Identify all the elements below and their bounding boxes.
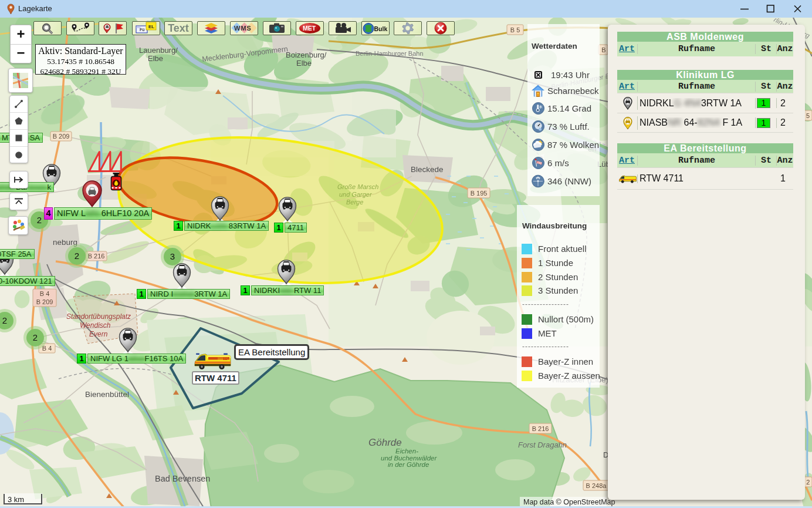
svg-text:B 216: B 216 [532, 425, 549, 432]
svg-text:3: 3 [170, 251, 175, 261]
svg-text:2: 2 [37, 215, 42, 225]
svg-text:2: 2 [33, 332, 38, 342]
svg-text:EL: EL [148, 24, 154, 29]
svg-text:Göhrde: Göhrde [368, 437, 402, 448]
svg-text:Elbe: Elbe [148, 54, 163, 63]
svg-text:Fü: Fü [140, 28, 145, 32]
svg-text:B 5: B 5 [510, 26, 520, 33]
svg-text:3 km: 3 km [8, 495, 24, 504]
svg-text:5: 5 [806, 112, 810, 119]
svg-text:Boizenburg/: Boizenburg/ [286, 51, 327, 59]
svg-text:Bleckede: Bleckede [411, 165, 444, 174]
svg-text:B 4: B 4 [40, 290, 50, 297]
svg-text:Map data © OpenStreetMap: Map data © OpenStreetMap [523, 498, 615, 506]
svg-text:B: B [601, 46, 605, 53]
svg-text:Evern: Evern [89, 330, 108, 338]
svg-text:WMS: WMS [234, 25, 252, 32]
svg-text:Bad Bevensen: Bad Bevensen [155, 474, 210, 483]
svg-text:B 209: B 209 [53, 133, 70, 140]
svg-text:Eichen-: Eichen- [395, 448, 418, 455]
svg-text:B 248a: B 248a [586, 482, 607, 489]
svg-text:Bienenbüttel: Bienenbüttel [85, 390, 129, 399]
svg-text:in der Göhrde: in der Göhrde [388, 461, 429, 468]
svg-text:Lauenburg/: Lauenburg/ [139, 46, 178, 55]
svg-text:Forst Dragahn: Forst Dragahn [518, 440, 567, 449]
svg-text:Berlin-Hamburger Bahn: Berlin-Hamburger Bahn [356, 50, 424, 57]
svg-text:B 216: B 216 [88, 253, 105, 260]
svg-text:B 195: B 195 [471, 190, 488, 197]
svg-text:Standortübungsplatz: Standortübungsplatz [66, 312, 131, 321]
svg-text:Wendisch: Wendisch [80, 321, 111, 329]
svg-text:MET: MET [303, 25, 316, 32]
svg-text:Bulk: Bulk [374, 25, 388, 32]
svg-text:2: 2 [75, 251, 79, 261]
svg-text:B 209: B 209 [36, 298, 53, 305]
svg-text:112: 112 [223, 357, 228, 361]
svg-text:Elbe: Elbe [296, 59, 312, 68]
svg-text:2: 2 [2, 315, 7, 325]
